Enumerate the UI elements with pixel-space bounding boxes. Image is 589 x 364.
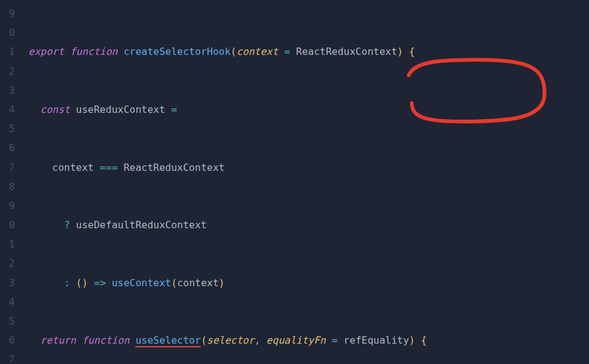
rparen: ) bbox=[82, 277, 88, 289]
line-number: 7 bbox=[0, 350, 15, 364]
line-number: 2 bbox=[0, 62, 15, 81]
lparen: ( bbox=[231, 46, 237, 57]
ident-context: context bbox=[52, 162, 94, 173]
rparen: ) bbox=[219, 277, 225, 289]
line-number: 6 bbox=[0, 138, 15, 157]
line-number: 1 bbox=[0, 234, 15, 254]
code-line[interactable]: const useReduxContext = bbox=[28, 100, 427, 119]
op-colon: : bbox=[64, 277, 70, 289]
ident-ref-equality: refEquality bbox=[344, 334, 409, 346]
rparen: ) bbox=[409, 334, 416, 346]
line-number: 0 bbox=[0, 215, 15, 234]
keyword-function: function bbox=[82, 334, 130, 346]
code-line[interactable]: ? useDefaultReduxContext bbox=[28, 215, 427, 234]
ident-context: context bbox=[177, 277, 219, 289]
line-number: 1 bbox=[0, 42, 15, 61]
line-number: 8 bbox=[0, 177, 15, 196]
lparen: ( bbox=[76, 277, 82, 289]
ident-react-redux-context: ReactReduxContext bbox=[296, 46, 398, 57]
line-number-gutter: 9 0 1 2 3 4 5 6 7 8 9 0 1 2 3 4 5 6 7 bbox=[0, 4, 17, 364]
param-selector: selector bbox=[207, 334, 254, 346]
op-eqeqeq: === bbox=[100, 162, 118, 173]
code-editor[interactable]: 9 0 1 2 3 4 5 6 7 8 9 0 1 2 3 4 5 6 7 ex… bbox=[0, 0, 589, 364]
fn-use-context: useContext bbox=[112, 277, 171, 289]
param-equality-fn: equalityFn bbox=[266, 334, 325, 346]
op-eq: = bbox=[171, 104, 177, 115]
keyword-const: const bbox=[40, 104, 70, 115]
lparen: ( bbox=[171, 277, 177, 289]
line-number: 3 bbox=[0, 81, 15, 100]
ident-react-redux-context: ReactReduxContext bbox=[123, 162, 225, 173]
code-area[interactable]: export function createSelectorHook(conte… bbox=[17, 4, 427, 364]
ident-use-default: useDefaultReduxContext bbox=[76, 219, 207, 231]
lbrace: { bbox=[409, 46, 416, 57]
line-number: 9 bbox=[0, 196, 15, 215]
comma: , bbox=[254, 334, 261, 346]
lparen: ( bbox=[201, 334, 207, 346]
rparen: ) bbox=[397, 46, 403, 57]
line-number: 5 bbox=[0, 312, 15, 331]
code-line[interactable]: export function createSelectorHook(conte… bbox=[28, 42, 427, 61]
param-context: context bbox=[236, 46, 278, 57]
code-line[interactable]: : () => useContext(context) bbox=[28, 273, 427, 292]
line-number: 0 bbox=[0, 23, 15, 42]
code-line[interactable]: return function useSelector(selector, eq… bbox=[28, 331, 427, 350]
code-line[interactable]: context === ReactReduxContext bbox=[28, 158, 427, 177]
fn-use-selector: useSelector bbox=[135, 334, 201, 347]
line-number: 2 bbox=[0, 254, 15, 273]
function-name: createSelectorHook bbox=[123, 46, 230, 57]
line-number: 6 bbox=[0, 331, 15, 350]
line-number: 3 bbox=[0, 273, 15, 292]
lbrace: { bbox=[421, 334, 427, 346]
ident-use-redux-context: useReduxContext bbox=[76, 104, 165, 115]
op-eq: = bbox=[332, 334, 338, 346]
line-number: 4 bbox=[0, 292, 15, 312]
line-number: 5 bbox=[0, 119, 15, 138]
keyword-export: export bbox=[28, 46, 64, 57]
op-qmark: ? bbox=[64, 219, 70, 231]
keyword-return: return bbox=[40, 334, 76, 346]
op-arrow: => bbox=[94, 277, 106, 289]
keyword-function: function bbox=[70, 46, 117, 57]
op-eq: = bbox=[284, 46, 290, 57]
line-number: 9 bbox=[0, 4, 15, 23]
line-number: 4 bbox=[0, 100, 15, 119]
line-number: 7 bbox=[0, 158, 15, 177]
